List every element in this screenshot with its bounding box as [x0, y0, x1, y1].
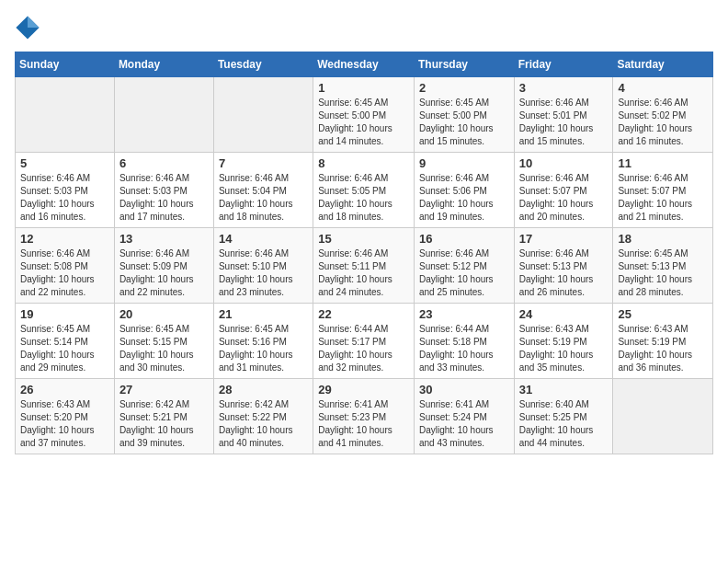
- day-cell: 14Sunrise: 6:46 AMSunset: 5:10 PMDayligh…: [213, 228, 313, 304]
- header-cell-thursday: Thursday: [414, 52, 514, 77]
- day-info: Sunrise: 6:46 AMSunset: 5:13 PMDaylight:…: [519, 247, 609, 299]
- day-cell: 28Sunrise: 6:42 AMSunset: 5:22 PMDayligh…: [213, 379, 313, 454]
- day-number: 6: [119, 156, 209, 170]
- day-number: 30: [419, 383, 509, 396]
- day-cell: [613, 379, 713, 454]
- day-cell: 27Sunrise: 6:42 AMSunset: 5:21 PMDayligh…: [114, 379, 213, 454]
- day-cell: 24Sunrise: 6:43 AMSunset: 5:19 PMDayligh…: [514, 304, 613, 379]
- day-cell: 25Sunrise: 6:43 AMSunset: 5:19 PMDayligh…: [613, 304, 713, 379]
- day-cell: 20Sunrise: 6:45 AMSunset: 5:15 PMDayligh…: [114, 304, 213, 379]
- day-info: Sunrise: 6:46 AMSunset: 5:11 PMDaylight:…: [318, 247, 409, 299]
- week-row-1: 1Sunrise: 6:45 AMSunset: 5:00 PMDaylight…: [16, 77, 713, 153]
- day-info: Sunrise: 6:46 AMSunset: 5:07 PMDaylight:…: [519, 172, 609, 224]
- day-info: Sunrise: 6:46 AMSunset: 5:10 PMDaylight:…: [219, 247, 308, 299]
- day-cell: 5Sunrise: 6:46 AMSunset: 5:03 PMDaylight…: [16, 153, 115, 228]
- day-number: 7: [219, 156, 308, 170]
- day-cell: 3Sunrise: 6:46 AMSunset: 5:01 PMDaylight…: [514, 77, 613, 153]
- day-number: 31: [519, 383, 609, 396]
- day-info: Sunrise: 6:46 AMSunset: 5:06 PMDaylight:…: [419, 172, 509, 224]
- header-cell-monday: Monday: [114, 52, 213, 77]
- day-number: 25: [618, 307, 708, 321]
- day-cell: 7Sunrise: 6:46 AMSunset: 5:04 PMDaylight…: [213, 153, 313, 228]
- day-info: Sunrise: 6:44 AMSunset: 5:18 PMDaylight:…: [419, 323, 509, 374]
- day-number: 14: [219, 232, 308, 246]
- day-info: Sunrise: 6:45 AMSunset: 5:16 PMDaylight:…: [219, 323, 308, 374]
- day-info: Sunrise: 6:42 AMSunset: 5:22 PMDaylight:…: [219, 398, 308, 450]
- header-cell-tuesday: Tuesday: [213, 52, 313, 77]
- svg-marker-1: [28, 16, 40, 28]
- day-info: Sunrise: 6:45 AMSunset: 5:00 PMDaylight:…: [318, 97, 409, 148]
- day-cell: [213, 77, 313, 153]
- day-number: 20: [119, 307, 209, 321]
- day-info: Sunrise: 6:45 AMSunset: 5:15 PMDaylight:…: [119, 323, 209, 374]
- day-info: Sunrise: 6:45 AMSunset: 5:14 PMDaylight:…: [20, 323, 109, 374]
- header-cell-friday: Friday: [514, 52, 613, 77]
- day-number: 13: [119, 232, 209, 246]
- header-cell-sunday: Sunday: [16, 52, 115, 77]
- day-number: 2: [419, 81, 509, 95]
- week-row-4: 19Sunrise: 6:45 AMSunset: 5:14 PMDayligh…: [16, 304, 713, 379]
- day-number: 23: [419, 307, 509, 321]
- day-number: 3: [519, 81, 609, 95]
- day-cell: 26Sunrise: 6:43 AMSunset: 5:20 PMDayligh…: [16, 379, 115, 454]
- header-cell-saturday: Saturday: [613, 52, 713, 77]
- day-info: Sunrise: 6:46 AMSunset: 5:04 PMDaylight:…: [219, 172, 308, 224]
- day-cell: 21Sunrise: 6:45 AMSunset: 5:16 PMDayligh…: [213, 304, 313, 379]
- day-cell: 31Sunrise: 6:40 AMSunset: 5:25 PMDayligh…: [514, 379, 613, 454]
- day-number: 10: [519, 156, 609, 170]
- day-info: Sunrise: 6:41 AMSunset: 5:24 PMDaylight:…: [419, 398, 509, 450]
- day-info: Sunrise: 6:46 AMSunset: 5:05 PMDaylight:…: [318, 172, 409, 224]
- day-cell: 23Sunrise: 6:44 AMSunset: 5:18 PMDayligh…: [414, 304, 514, 379]
- day-cell: 16Sunrise: 6:46 AMSunset: 5:12 PMDayligh…: [414, 228, 514, 304]
- week-row-2: 5Sunrise: 6:46 AMSunset: 5:03 PMDaylight…: [16, 153, 713, 228]
- day-info: Sunrise: 6:46 AMSunset: 5:08 PMDaylight:…: [20, 247, 109, 299]
- day-cell: 12Sunrise: 6:46 AMSunset: 5:08 PMDayligh…: [16, 228, 115, 304]
- day-number: 21: [219, 307, 308, 321]
- day-number: 1: [318, 81, 409, 95]
- calendar-table: SundayMondayTuesdayWednesdayThursdayFrid…: [15, 52, 713, 454]
- day-info: Sunrise: 6:46 AMSunset: 5:01 PMDaylight:…: [519, 97, 609, 148]
- day-cell: [114, 77, 213, 153]
- day-cell: 29Sunrise: 6:41 AMSunset: 5:23 PMDayligh…: [313, 379, 415, 454]
- day-number: 17: [519, 232, 609, 246]
- calendar-body: 1Sunrise: 6:45 AMSunset: 5:00 PMDaylight…: [16, 77, 713, 454]
- day-cell: 11Sunrise: 6:46 AMSunset: 5:07 PMDayligh…: [613, 153, 713, 228]
- day-cell: 6Sunrise: 6:46 AMSunset: 5:03 PMDaylight…: [114, 153, 213, 228]
- day-info: Sunrise: 6:40 AMSunset: 5:25 PMDaylight:…: [519, 398, 609, 450]
- day-cell: 2Sunrise: 6:45 AMSunset: 5:00 PMDaylight…: [414, 77, 514, 153]
- day-number: 8: [318, 156, 409, 170]
- day-info: Sunrise: 6:46 AMSunset: 5:09 PMDaylight:…: [119, 247, 209, 299]
- day-cell: 15Sunrise: 6:46 AMSunset: 5:11 PMDayligh…: [313, 228, 415, 304]
- day-number: 18: [618, 232, 708, 246]
- day-info: Sunrise: 6:41 AMSunset: 5:23 PMDaylight:…: [318, 398, 409, 450]
- day-number: 15: [318, 232, 409, 246]
- day-cell: 9Sunrise: 6:46 AMSunset: 5:06 PMDaylight…: [414, 153, 514, 228]
- day-info: Sunrise: 6:42 AMSunset: 5:21 PMDaylight:…: [119, 398, 209, 450]
- day-number: 26: [20, 383, 109, 396]
- day-number: 4: [618, 81, 708, 95]
- day-info: Sunrise: 6:46 AMSunset: 5:02 PMDaylight:…: [618, 97, 708, 148]
- day-cell: 22Sunrise: 6:44 AMSunset: 5:17 PMDayligh…: [313, 304, 415, 379]
- day-number: 9: [419, 156, 509, 170]
- day-info: Sunrise: 6:43 AMSunset: 5:19 PMDaylight:…: [618, 323, 708, 374]
- day-number: 12: [20, 232, 109, 246]
- header-row: SundayMondayTuesdayWednesdayThursdayFrid…: [16, 52, 713, 77]
- day-cell: [16, 77, 115, 153]
- day-number: 11: [618, 156, 708, 170]
- week-row-3: 12Sunrise: 6:46 AMSunset: 5:08 PMDayligh…: [16, 228, 713, 304]
- day-number: 19: [20, 307, 109, 321]
- day-cell: 4Sunrise: 6:46 AMSunset: 5:02 PMDaylight…: [613, 77, 713, 153]
- day-info: Sunrise: 6:43 AMSunset: 5:20 PMDaylight:…: [20, 398, 109, 450]
- logo: [15, 15, 44, 40]
- day-cell: 1Sunrise: 6:45 AMSunset: 5:00 PMDaylight…: [313, 77, 415, 153]
- day-info: Sunrise: 6:43 AMSunset: 5:19 PMDaylight:…: [519, 323, 609, 374]
- day-info: Sunrise: 6:46 AMSunset: 5:12 PMDaylight:…: [419, 247, 509, 299]
- page-header: [15, 15, 713, 40]
- day-number: 28: [219, 383, 308, 396]
- day-info: Sunrise: 6:44 AMSunset: 5:17 PMDaylight:…: [318, 323, 409, 374]
- day-cell: 8Sunrise: 6:46 AMSunset: 5:05 PMDaylight…: [313, 153, 415, 228]
- header-cell-wednesday: Wednesday: [313, 52, 415, 77]
- day-number: 16: [419, 232, 509, 246]
- day-info: Sunrise: 6:46 AMSunset: 5:07 PMDaylight:…: [618, 172, 708, 224]
- day-cell: 13Sunrise: 6:46 AMSunset: 5:09 PMDayligh…: [114, 228, 213, 304]
